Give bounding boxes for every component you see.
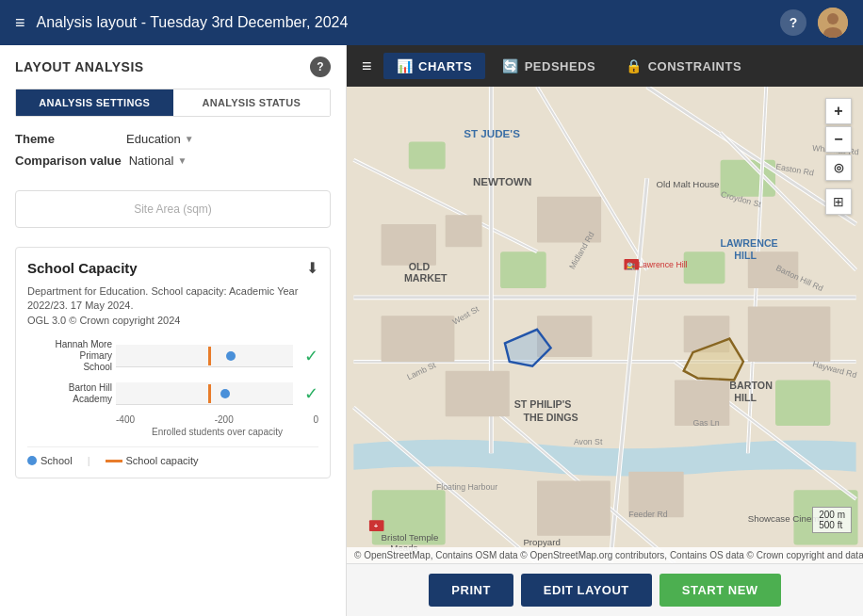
comparison-label: Comparison value: [15, 154, 122, 168]
comparison-dropdown[interactable]: National ▼: [129, 154, 187, 168]
svg-text:🚉: 🚉: [627, 261, 636, 270]
svg-text:Propyard: Propyard: [523, 537, 560, 547]
help-button[interactable]: ?: [780, 9, 806, 36]
pedsheds-tab-label: PEDSHEDS: [525, 59, 596, 73]
svg-text:BARTON: BARTON: [729, 380, 773, 391]
school-capacity-title: School Capacity: [27, 260, 138, 276]
constraints-icon: 🔒: [626, 58, 643, 73]
svg-text:ST PHILIP'S: ST PHILIP'S: [514, 398, 572, 410]
location-button[interactable]: ◎: [825, 154, 852, 181]
chart-legend: School | School capacity: [27, 446, 318, 466]
print-button[interactable]: PRINT: [429, 574, 513, 607]
panel-help-button[interactable]: ?: [310, 57, 331, 77]
chart-dot-1: [226, 351, 236, 361]
attribution-text: © OpenStreetMap, Contains OSM data © Ope…: [354, 550, 863, 560]
map-area[interactable]: OLD MARKET ST PHILIP'S THE DINGS BARTON …: [347, 87, 863, 563]
map-attribution: © OpenStreetMap, Contains OSM data © Ope…: [347, 547, 863, 563]
map-tabs: ≡ 📊 CHARTS 🔄 PEDSHEDS 🔒 CONSTRAINTS: [347, 45, 863, 87]
svg-rect-42: [446, 371, 510, 417]
svg-text:LAWRENCE: LAWRENCE: [721, 237, 778, 249]
svg-rect-8: [775, 380, 830, 426]
svg-text:NEWTOWN: NEWTOWN: [473, 175, 532, 187]
chart-orange-line-2: [208, 384, 211, 403]
svg-text:Avon St: Avon St: [574, 437, 603, 446]
svg-text:Old Malt House: Old Malt House: [656, 179, 719, 189]
legend-line-capacity: [106, 460, 122, 462]
legend-school-label: School: [41, 455, 73, 466]
theme-dropdown[interactable]: Education ▼: [126, 132, 194, 146]
theme-value: Education: [126, 132, 181, 146]
comparison-dropdown-arrow: ▼: [177, 155, 187, 166]
legend-school: School: [27, 455, 73, 466]
svg-text:Bristol Temple: Bristol Temple: [382, 532, 439, 543]
svg-text:Lawrence Hill: Lawrence Hill: [638, 260, 688, 269]
chart-label-1: Hannah More PrimarySchool: [27, 339, 112, 373]
site-area-input[interactable]: Site Area (sqm): [15, 190, 331, 228]
chart-label-2: Barton Hill Academy: [27, 382, 112, 405]
theme-label: Theme: [15, 132, 119, 146]
svg-text:+: +: [374, 522, 379, 530]
avatar[interactable]: [818, 8, 848, 38]
scale-meters: 200 m: [819, 510, 845, 520]
legend-capacity-label: School capacity: [126, 455, 199, 466]
menu-icon[interactable]: ≡: [15, 13, 25, 33]
svg-rect-4: [409, 141, 446, 169]
tab-constraints[interactable]: 🔒 CONSTRAINTS: [612, 53, 755, 79]
tab-charts[interactable]: 📊 CHARTS: [383, 53, 486, 79]
comparison-setting-row: Comparison value National ▼: [15, 154, 331, 168]
legend-divider: |: [88, 455, 90, 466]
svg-rect-46: [748, 307, 831, 362]
zoom-in-button[interactable]: +: [825, 98, 852, 124]
tab-pedsheds[interactable]: 🔄 PEDSHEDS: [489, 53, 609, 79]
comparison-value: National: [129, 154, 174, 168]
legend-capacity: School capacity: [106, 455, 199, 466]
map-scale: 200 m 500 ft: [812, 507, 852, 533]
site-area-placeholder: Site Area (sqm): [134, 203, 212, 216]
tab-analysis-status[interactable]: ANALYSIS STATUS: [173, 89, 331, 116]
right-panel: ≡ 📊 CHARTS 🔄 PEDSHEDS 🔒 CONSTRAINTS: [347, 45, 863, 616]
school-capacity-section: School Capacity ⬇ Department for Educati…: [15, 247, 331, 478]
settings-section: Theme Education ▼ Comparison value Natio…: [0, 128, 346, 183]
svg-text:HILL: HILL: [734, 392, 757, 403]
charts-tab-label: CHARTS: [418, 59, 472, 73]
chart-axis-title: Enrolled students over capacity: [116, 427, 318, 437]
chart-bar-2: [116, 382, 293, 405]
layers-button[interactable]: ⊞: [825, 188, 852, 215]
action-bar: PRINT EDIT LAYOUT START NEW: [347, 563, 863, 616]
svg-text:HILL: HILL: [734, 250, 757, 261]
svg-text:MARKET: MARKET: [404, 272, 448, 284]
layout-analysis-header: LAYOUT ANALYSIS ?: [0, 45, 346, 85]
svg-text:THE DINGS: THE DINGS: [523, 412, 578, 423]
svg-rect-6: [500, 251, 546, 288]
svg-text:Floating Harbour: Floating Harbour: [436, 482, 497, 492]
start-new-button[interactable]: START NEW: [659, 574, 781, 607]
svg-rect-35: [382, 224, 436, 266]
svg-rect-36: [446, 215, 482, 247]
svg-point-1: [827, 13, 839, 24]
map-menu-icon[interactable]: ≡: [354, 57, 380, 76]
chart-check-1: ✓: [304, 346, 318, 366]
school-capacity-header: School Capacity ⬇: [27, 259, 318, 277]
theme-dropdown-arrow: ▼: [185, 134, 194, 144]
svg-rect-44: [537, 480, 611, 535]
svg-rect-37: [382, 316, 455, 362]
edit-layout-button[interactable]: EDIT LAYOUT: [521, 574, 652, 607]
left-panel: LAYOUT ANALYSIS ? ANALYSIS SETTINGS ANAL…: [0, 45, 347, 616]
svg-text:OLD: OLD: [409, 261, 431, 272]
app-header: ≡ Analysis layout - Tuesday 3rd December…: [0, 0, 863, 45]
charts-icon: 📊: [397, 58, 414, 73]
chart-x-axis: -400 -200 0: [116, 414, 318, 425]
legend-dot-school: [27, 456, 37, 465]
chart-container: Hannah More PrimarySchool ✓ Barton Hill …: [27, 339, 318, 437]
tab-analysis-settings[interactable]: ANALYSIS SETTINGS: [16, 89, 173, 116]
zoom-out-button[interactable]: −: [825, 126, 852, 153]
constraints-tab-label: CONSTRAINTS: [648, 59, 741, 73]
school-capacity-desc: Department for Education. School capacit…: [27, 284, 318, 328]
x-label-0: 0: [313, 414, 318, 425]
chart-bar-1: [116, 345, 293, 367]
download-icon[interactable]: ⬇: [306, 259, 318, 277]
analysis-tabs: ANALYSIS SETTINGS ANALYSIS STATUS: [15, 89, 331, 117]
layout-analysis-title: LAYOUT ANALYSIS: [15, 59, 144, 74]
chart-row-1: Hannah More PrimarySchool ✓: [27, 339, 318, 373]
theme-setting-row: Theme Education ▼: [15, 132, 331, 146]
